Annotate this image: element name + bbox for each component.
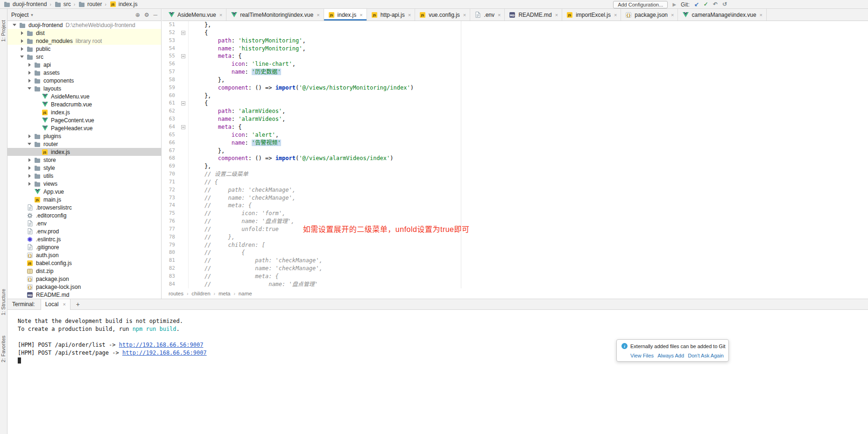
chevron-collapsed-icon[interactable] — [27, 78, 32, 83]
tree-row[interactable]: .editorconfig — [7, 211, 161, 219]
git-commit-icon[interactable]: ✓ — [704, 0, 708, 9]
tree-row[interactable]: JSmain.js — [7, 196, 161, 203]
chevron-collapsed-icon[interactable] — [20, 30, 25, 35]
breadcrumb-item[interactable]: JSindex.js — [108, 1, 139, 7]
locate-file-icon[interactable]: ⊕ — [135, 12, 140, 18]
chevron-collapsed-icon[interactable] — [27, 165, 32, 170]
notification-action-link[interactable]: View Files — [630, 353, 654, 358]
tab-close-icon[interactable]: × — [317, 12, 319, 18]
tree-row[interactable]: JSbabel.config.js — [7, 259, 161, 267]
chevron-collapsed-icon[interactable] — [27, 62, 32, 67]
breadcrumb-item[interactable]: src — [53, 1, 72, 7]
tree-row[interactable]: api — [7, 61, 161, 69]
chevron-expanded-icon[interactable] — [12, 22, 17, 28]
add-configuration-button[interactable]: Add Configuration... — [613, 1, 668, 8]
tree-row[interactable]: duoji-frontendD:\zheheWeb\duoji-frontend — [7, 21, 161, 29]
editor-tab[interactable]: cameraManage\index.vue× — [678, 9, 767, 21]
tree-row[interactable]: .eslintrc.js — [7, 235, 161, 243]
tree-row[interactable]: router — [7, 140, 161, 148]
terminal-tab-local[interactable]: Local × — [41, 299, 71, 310]
tree-row[interactable]: App.vue — [7, 188, 161, 196]
tree-row[interactable]: views — [7, 180, 161, 188]
breadcrumb-item[interactable]: router — [77, 1, 103, 7]
editor-tab[interactable]: MDREADME.md× — [505, 9, 562, 21]
tree-row[interactable]: AsideMenu.vue — [7, 92, 161, 100]
tree-row[interactable]: .env — [7, 219, 161, 227]
chevron-collapsed-icon[interactable] — [27, 70, 32, 75]
tree-row[interactable]: .browserslistrc — [7, 203, 161, 211]
tab-close-icon[interactable]: × — [463, 12, 466, 18]
code-editor[interactable]: 51 },52 {53 path: 'historyMonitoring',54… — [162, 21, 868, 288]
chevron-collapsed-icon[interactable] — [27, 133, 32, 139]
editor-tab[interactable]: realTimeMonitoring\index.vue× — [226, 9, 324, 21]
editor-breadcrumb-item[interactable]: name — [239, 291, 252, 296]
tree-row[interactable]: .gitignore — [7, 243, 161, 251]
editor-tab[interactable]: {}package.json× — [621, 9, 678, 21]
editor-breadcrumb-item[interactable]: routes — [169, 291, 183, 296]
tree-row[interactable]: MDREADME.md — [7, 291, 161, 299]
chevron-collapsed-icon[interactable] — [20, 46, 25, 51]
fold-marker[interactable] — [178, 123, 188, 131]
tree-row[interactable]: dist — [7, 29, 161, 37]
editor-tab[interactable]: JSindex.js× — [324, 9, 367, 21]
tab-close-icon[interactable]: × — [671, 12, 674, 18]
tool-stripe-favorites-button[interactable]: 2: Favorites — [0, 336, 6, 362]
tree-row[interactable]: public — [7, 45, 161, 53]
terminal-link[interactable]: http://192.168.66.56:9007 — [119, 342, 204, 348]
tree-row[interactable]: {}package-lock.json — [7, 283, 161, 291]
chevron-expanded-icon[interactable] — [27, 86, 32, 91]
tree-row[interactable]: .env.prod — [7, 227, 161, 235]
terminal-link[interactable]: http://192.168.66.56:9007 — [122, 350, 207, 356]
tree-row[interactable]: style — [7, 164, 161, 172]
tree-row[interactable]: node_moduleslibrary root — [7, 37, 161, 45]
editor-tab[interactable]: AsideMenu.vue× — [164, 9, 226, 21]
tab-close-icon[interactable]: × — [760, 12, 762, 18]
tree-row[interactable]: store — [7, 156, 161, 164]
fold-marker[interactable] — [178, 99, 188, 107]
project-view-selector[interactable]: Project ▾ — [11, 12, 33, 18]
tab-close-icon[interactable]: × — [555, 12, 558, 18]
tab-close-icon[interactable]: × — [360, 12, 362, 18]
tree-row[interactable]: JSindex.js — [7, 148, 161, 156]
tab-close-icon[interactable]: × — [408, 12, 411, 18]
gear-icon[interactable]: ⚙ — [144, 12, 149, 18]
breadcrumb-item[interactable]: duoji-frontend — [2, 1, 48, 7]
fold-marker[interactable] — [178, 52, 188, 60]
tree-row[interactable]: {}package.json — [7, 275, 161, 283]
tree-row[interactable]: JSindex.js — [7, 108, 161, 116]
tree-row[interactable]: PageHeader.vue — [7, 124, 161, 132]
run-icon[interactable]: ▶ — [672, 0, 676, 9]
chevron-collapsed-icon[interactable] — [27, 181, 32, 186]
tree-row[interactable]: Breadcrumb.vue — [7, 100, 161, 108]
tree-row[interactable]: assets — [7, 69, 161, 77]
tree-row[interactable]: dist.zip — [7, 267, 161, 275]
chevron-collapsed-icon[interactable] — [27, 157, 32, 162]
editor-breadcrumb-item[interactable]: children — [191, 291, 210, 296]
notification-action-link[interactable]: Don't Ask Again — [688, 353, 724, 358]
tool-stripe-project-button[interactable]: 1: Project — [0, 20, 6, 42]
tree-row[interactable]: src — [7, 53, 161, 61]
editor-tab[interactable]: JSvue.config.js× — [415, 9, 470, 21]
tree-row[interactable]: components — [7, 77, 161, 84]
tree-row[interactable]: {}auth.json — [7, 251, 161, 259]
tree-row[interactable]: plugins — [7, 132, 161, 140]
git-revert-icon[interactable]: ↶ — [713, 0, 718, 9]
git-history-icon[interactable]: ↺ — [722, 0, 727, 9]
editor-tab[interactable]: .env× — [470, 9, 505, 21]
terminal-tab-close-icon[interactable]: × — [63, 301, 65, 307]
chevron-collapsed-icon[interactable] — [27, 173, 32, 178]
tree-row[interactable]: layouts — [7, 84, 161, 92]
editor-tab[interactable]: JSimportExcel.js× — [562, 9, 621, 21]
chevron-expanded-icon[interactable] — [20, 54, 25, 59]
tab-close-icon[interactable]: × — [219, 12, 222, 18]
notification-action-link[interactable]: Always Add — [657, 353, 684, 358]
fold-marker[interactable] — [178, 29, 188, 37]
chevron-expanded-icon[interactable] — [27, 141, 32, 147]
new-terminal-button[interactable]: + — [76, 301, 80, 308]
tool-stripe-structure-button[interactable]: 1: Structure — [0, 289, 6, 315]
hide-panel-icon[interactable]: ─ — [153, 12, 157, 18]
tab-close-icon[interactable]: × — [614, 12, 617, 18]
tree-row[interactable]: utils — [7, 172, 161, 180]
git-update-icon[interactable]: ↙ — [694, 0, 699, 9]
tree-row[interactable]: PageContent.vue — [7, 116, 161, 124]
